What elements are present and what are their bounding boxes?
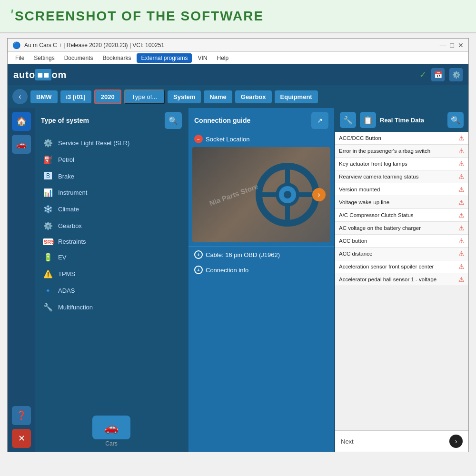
rtd-list: ACC/DCC Button ⚠ Error in the passenger'… [335,132,468,430]
menu-external-programs[interactable]: External programs [137,53,192,63]
tab-name[interactable]: Name [204,90,232,103]
main-content: 🏠 🚗 ❓ ✕ Type of system 🔍 ⚙️ Service Ligh… [8,108,468,452]
system-item-gearbox[interactable]: ⚙️ Gearbox [35,218,188,234]
app-logo: auto■■om [13,69,67,80]
back-button[interactable]: ‹ [12,89,28,104]
car-interior-bg: › Nia Parts Store [192,147,330,242]
instrument-label: Instrument [58,189,87,196]
rtd-item-10[interactable]: Acceleration sensor front spoiler center… [335,260,468,273]
rtd-item-5[interactable]: Voltage wake-up line ⚠ [335,196,468,209]
tab-type[interactable]: Type of... [124,89,165,104]
sidebar-home-icon[interactable]: 🏠 [12,112,31,131]
system-item-slr[interactable]: ⚙️ Service Light Reset (SLR) [35,135,188,151]
system-item-tpms[interactable]: ⚠️ TPMS [35,266,188,282]
left-sidebar: 🏠 🚗 ❓ ✕ [8,108,35,452]
connection-header: Connection guide ↗ [188,108,334,133]
next-arrow-overlay[interactable]: › [312,188,326,201]
gearbox-label: Gearbox [58,222,82,229]
menu-bookmarks[interactable]: Bookmarks [99,54,135,62]
rtd-item-4-warning-icon: ⚠ [458,186,465,193]
tab-equipment[interactable]: Equipment [275,90,318,103]
rtd-item-6[interactable]: A/C Compressor Clutch Status ⚠ [335,209,468,222]
tpms-icon: ⚠️ [43,269,53,278]
connection-title: Connection guide [194,117,250,124]
rtd-item-6-label: A/C Compressor Clutch Status [339,212,414,218]
title-bar: 🔵 Au m Cars C + | Release 2020 (2020.23)… [8,39,468,52]
rtd-item-4-label: Version mounted [339,187,380,192]
tab-2020[interactable]: 2020 [94,89,121,104]
slr-icon: ⚙️ [43,139,53,148]
tab-i3[interactable]: i3 [i01] [60,90,91,103]
ev-icon: 🔋 [43,253,53,262]
tab-gearbox[interactable]: Gearbox [235,90,272,103]
tpms-label: TPMS [58,270,75,278]
calendar-icon[interactable]: 📅 [431,68,445,81]
petrol-icon: ⛽ [43,155,53,164]
menu-vin[interactable]: VIN [194,54,211,62]
export-button[interactable]: ↗ [311,112,328,129]
rtd-item-2[interactable]: Key actuator front fog lamps ⚠ [335,158,468,170]
banner-apostrophe: ' [10,6,13,26]
rtd-panel: 🔧 📋 Real Time Data 🔍 ACC/DCC Button ⚠ Er… [335,108,468,452]
menu-documents[interactable]: Documents [60,54,97,62]
rtd-item-0[interactable]: ACC/DCC Button ⚠ [335,132,468,145]
menu-file[interactable]: File [11,54,28,62]
sidebar-help-icon[interactable]: ❓ [12,406,31,425]
close-button[interactable]: ✕ [458,41,464,49]
menu-help[interactable]: Help [213,54,233,62]
system-item-petrol[interactable]: ⛽ Petrol [35,151,188,168]
rtd-item-7-label: AC voltage on the battery charger [339,225,421,231]
system-item-multifunction[interactable]: 🔧 Multifunction [35,299,188,316]
system-list: ⚙️ Service Light Reset (SLR) ⛽ Petrol 🅱 … [35,133,188,411]
rtd-item-4[interactable]: Version mounted ⚠ [335,183,468,196]
check-icon: ✓ [419,69,426,80]
socket-minus-icon: − [197,137,200,142]
rtd-item-9[interactable]: ACC distance ⚠ [335,248,468,260]
rtd-item-7[interactable]: AC voltage on the battery charger ⚠ [335,222,468,235]
minimize-button[interactable]: — [440,41,446,49]
rtd-item-1[interactable]: Error in the passenger's airbag switch ⚠ [335,145,468,158]
system-search-button[interactable]: 🔍 [165,112,182,129]
conn-info: + Connection info [188,263,334,277]
title-bar-controls: — □ ✕ [440,41,464,49]
sidebar-car-icon[interactable]: 🚗 [12,135,31,154]
system-item-restraints[interactable]: SRS Restraints [35,234,188,249]
bottom-car-area: 🚗 Cars [35,411,188,452]
tab-bmw[interactable]: BMW [30,90,58,103]
rtd-item-8[interactable]: ACC button ⚠ [335,235,468,248]
rtd-item-0-label: ACC/DCC Button [339,135,381,141]
steering-wheel-svg [254,161,321,228]
rtd-wrench-icon: 🔧 [340,112,356,128]
rtd-item-3[interactable]: Rearview camera learning status ⚠ [335,170,468,183]
nav-tabs-bar: ‹ BMW i3 [i01] 2020 Type of... System Na… [8,85,468,108]
tab-system[interactable]: System [168,90,201,103]
system-item-brake[interactable]: 🅱 Brake [35,168,188,184]
menu-settings[interactable]: Settings [30,54,58,62]
socket-location-label: − Socket Location [188,133,334,145]
banner: ' Screenshot of the Software [0,0,476,33]
adas-icon: 🔹 [43,286,53,295]
rtd-item-5-warning-icon: ⚠ [458,198,465,206]
rtd-next-button[interactable]: Next › [335,430,468,452]
climate-icon: ❄️ [43,205,53,214]
restraints-icon: SRS [43,238,53,245]
system-item-adas[interactable]: 🔹 ADAS [35,282,188,299]
system-item-climate[interactable]: ❄️ Climate [35,201,188,218]
system-panel: Type of system 🔍 ⚙️ Service Light Reset … [35,108,188,452]
rtd-item-2-label: Key actuator front fog lamps [339,161,407,167]
rtd-item-1-warning-icon: ⚠ [458,147,465,155]
sidebar-close-icon[interactable]: ✕ [12,429,31,448]
rtd-search-button[interactable]: 🔍 [447,112,464,128]
rtd-item-0-warning-icon: ⚠ [458,134,465,142]
bottom-car-button[interactable]: 🚗 [92,416,130,439]
system-item-ev[interactable]: 🔋 EV [35,249,188,266]
gearbox-icon: ⚙️ [43,221,53,230]
settings-gear-icon[interactable]: ⚙️ [449,68,463,81]
rtd-item-11[interactable]: Accelerator pedal hall sensor 1 - voltag… [335,273,468,286]
car-image-area: › Nia Parts Store [192,147,330,242]
maximize-button[interactable]: □ [450,41,454,49]
rtd-title: Real Time Data [380,117,444,124]
svg-point-7 [284,191,291,198]
system-item-instrument[interactable]: 📊 Instrument [35,184,188,201]
rtd-item-11-label: Accelerator pedal hall sensor 1 - voltag… [339,277,436,282]
